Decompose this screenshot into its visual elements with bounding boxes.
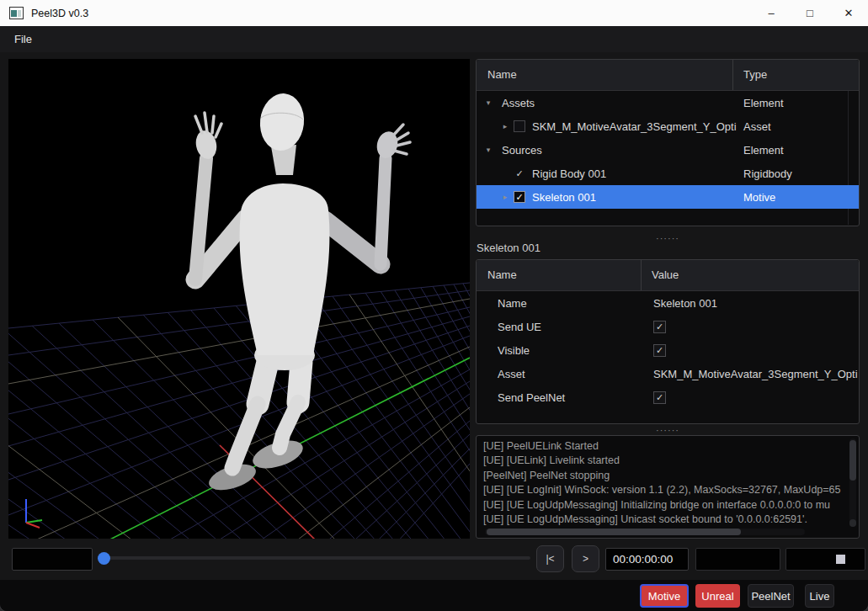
app-window: Peel3D v0.3 – □ ✕ File <box>0 0 868 611</box>
row-type: Motive <box>743 191 775 204</box>
outliner-panel: Name Type ▾ Assets Element ▸ SKM_M_Motiv… <box>476 59 860 226</box>
log-line: [UE] [UE LogUdpMessaging] Initializing b… <box>483 498 844 513</box>
chevron-right-icon[interactable]: ▸ <box>498 193 512 201</box>
secondary-field[interactable] <box>695 548 780 571</box>
log-line: [PeelNet] PeelNet stopping <box>483 469 844 483</box>
checkbox-checked[interactable]: ✓ <box>653 391 666 404</box>
record-indicator-field[interactable] <box>785 548 865 571</box>
window-title: Peel3D v0.3 <box>31 8 88 19</box>
log-horizontal-scrollbar[interactable] <box>485 529 805 535</box>
grid-lines-shallow <box>8 283 470 539</box>
property-row-name[interactable]: Name Skeleton 001 <box>477 291 859 315</box>
scrollbar-thumb[interactable] <box>487 529 741 535</box>
row-type: Element <box>743 144 784 157</box>
timeline-slider-track[interactable] <box>99 556 530 560</box>
checkbox-checked[interactable]: ✓ <box>653 344 666 357</box>
details-title: Skeleton 001 <box>477 242 541 254</box>
outliner-row-sources[interactable]: ▾ Sources Element <box>477 138 859 162</box>
minimize-button[interactable]: – <box>752 0 791 26</box>
outliner-row-rigid-body[interactable]: ✓ Rigid Body 001 Rigidbody <box>477 162 859 185</box>
property-row-send-peelnet[interactable]: Send PeelNet ✓ <box>477 385 859 409</box>
row-type: Element <box>743 97 784 109</box>
outliner-col-type[interactable]: Type <box>733 60 859 90</box>
property-value[interactable]: SKM_M_MotiveAvatar_3Segment_Y_Opti <box>642 368 858 380</box>
timeline-slider-handle[interactable] <box>98 552 110 565</box>
details-col-name[interactable]: Name <box>477 260 642 290</box>
menubar: File <box>0 26 868 52</box>
viewport-3d[interactable] <box>8 59 470 539</box>
log-line: [UE] PeelUELink Started <box>483 439 844 454</box>
log-line: [UE] [UELink] Livelink started <box>483 454 844 468</box>
row-type: Asset <box>743 120 771 133</box>
outliner-row-skm-asset[interactable]: ▸ SKM_M_MotiveAvatar_3Segment_Y_Opti Ass… <box>477 114 859 138</box>
property-row-asset[interactable]: Asset SKM_M_MotiveAvatar_3Segment_Y_Opti <box>477 362 859 385</box>
viewport-scene <box>8 59 470 539</box>
row-label: Rigid Body 001 <box>532 167 606 180</box>
checkbox-unchecked[interactable] <box>514 120 525 132</box>
row-label: Skeleton 001 <box>532 191 596 204</box>
checkbox-checked[interactable]: ✓ <box>514 191 525 203</box>
check-icon[interactable]: ✓ <box>514 167 525 179</box>
details-header: Name Value <box>477 260 859 291</box>
chevron-down-icon[interactable]: ▾ <box>482 146 495 154</box>
outliner-row-skeleton[interactable]: ▸ ✓ Skeleton 001 Motive <box>477 185 859 209</box>
chevron-right-icon[interactable]: ▸ <box>498 122 512 130</box>
outliner-col-name[interactable]: Name <box>477 60 733 90</box>
property-row-send-ue[interactable]: Send UE ✓ <box>477 315 859 338</box>
live-toggle-button[interactable]: Live <box>805 584 834 608</box>
details-panel: Name Value Name Skeleton 001 Send UE ✓ V… <box>476 259 860 424</box>
maximize-button[interactable]: □ <box>791 0 829 26</box>
row-type: Rigidbody <box>743 167 792 180</box>
log-vertical-scrollbar[interactable] <box>849 438 856 527</box>
outliner-header: Name Type <box>477 60 859 91</box>
app-icon <box>9 7 24 19</box>
chevron-down-icon[interactable]: ▾ <box>482 98 495 107</box>
log-lines: [UE] PeelUELink Started [UE] [UELink] Li… <box>483 439 844 528</box>
splitter-handle[interactable]: ······ <box>476 428 860 434</box>
statusbar: Motive Unreal PeelNet Live <box>0 580 868 611</box>
mocap-figure <box>194 91 410 495</box>
timecode-field[interactable]: 00:00:00:00 <box>605 548 689 571</box>
close-button[interactable]: ✕ <box>829 0 868 26</box>
log-console[interactable]: [UE] PeelUELink Started [UE] [UELink] Li… <box>476 435 860 539</box>
checkbox-checked[interactable]: ✓ <box>653 321 666 333</box>
peelnet-toggle-button[interactable]: PeelNet <box>748 584 794 608</box>
stop-icon[interactable] <box>836 555 845 564</box>
titlebar: Peel3D v0.3 – □ ✕ <box>0 0 868 26</box>
row-label: Sources <box>502 144 542 157</box>
log-line: [UE] [UE LogUdpMessaging] Unicast socket… <box>483 513 844 527</box>
log-line: [UE] [UE LogInit] WinSock: version 1.1 (… <box>483 483 844 497</box>
step-forward-button[interactable]: > <box>572 545 599 572</box>
scrollbar-thumb[interactable] <box>849 440 856 481</box>
row-label: SKM_M_MotiveAvatar_3Segment_Y_Opti <box>532 120 737 133</box>
details-col-value[interactable]: Value <box>642 260 859 290</box>
jump-to-start-button[interactable]: |< <box>536 545 564 572</box>
unreal-toggle-button[interactable]: Unreal <box>695 584 740 608</box>
menu-file[interactable]: File <box>14 33 32 45</box>
frame-number-field[interactable] <box>12 548 93 571</box>
outliner-row-assets[interactable]: ▾ Assets Element <box>477 91 859 114</box>
property-value[interactable]: Skeleton 001 <box>642 297 717 310</box>
row-label: Assets <box>502 97 535 109</box>
property-row-visible[interactable]: Visible ✓ <box>477 338 859 362</box>
motive-toggle-button[interactable]: Motive <box>640 584 689 608</box>
